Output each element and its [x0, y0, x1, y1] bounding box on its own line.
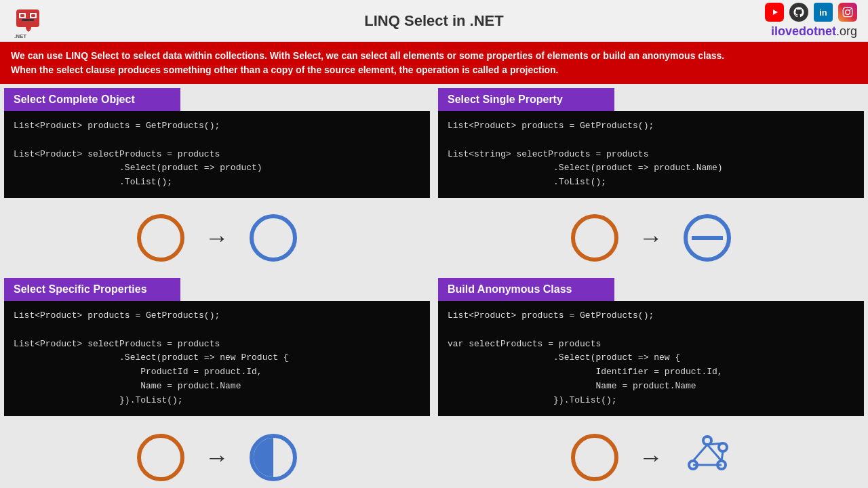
- svg-point-10: [846, 10, 850, 15]
- svg-point-11: [850, 9, 851, 10]
- section-select-specific-properties: Select Specific Properties List<Product>…: [4, 278, 430, 416]
- banner-line2: When the select clause produces somethin…: [11, 64, 559, 75]
- svg-rect-6: [22, 19, 34, 21]
- svg-line-19: [707, 443, 723, 445]
- arrow-1-right: →: [639, 224, 663, 252]
- arrow-1-left: →: [205, 224, 229, 252]
- section-build-anonymous-class: Build Anonymous Class List<Product> prod…: [438, 278, 864, 416]
- arrow-2-left: →: [205, 443, 229, 472]
- brand-text: ilovedotnet.org: [771, 24, 857, 39]
- circle-orange-1: [137, 214, 184, 262]
- svg-rect-9: [843, 7, 852, 16]
- logo-icon: .NET: [11, 4, 45, 38]
- section-select-single-property: Select Single Property List<Product> pro…: [438, 88, 864, 198]
- social-icons: in: [765, 3, 857, 22]
- app-header: .NET LINQ Select in .NET in ilovedotnet.…: [0, 0, 868, 42]
- circle-orange-4: [571, 434, 618, 481]
- page-title: LINQ Select in .NET: [364, 12, 503, 30]
- youtube-icon[interactable]: [765, 3, 784, 22]
- svg-line-20: [722, 451, 723, 461]
- github-icon[interactable]: [789, 3, 808, 22]
- brand-suffix: .org: [836, 24, 857, 38]
- section-header-single-property: Select Single Property: [438, 88, 614, 111]
- circle-orange-3: [137, 434, 184, 481]
- circle-blue-1: [250, 214, 297, 262]
- info-banner: We can use LINQ Select to select data wi…: [0, 42, 868, 84]
- main-grid: Select Complete Object List<Product> pro…: [0, 84, 868, 488]
- visual-row-1-right: →: [438, 202, 864, 274]
- linkedin-icon[interactable]: in: [814, 3, 833, 22]
- section-header-anonymous-class: Build Anonymous Class: [438, 278, 614, 301]
- visual-row-2-right: →: [438, 420, 864, 488]
- section-select-complete-object: Select Complete Object List<Product> pro…: [4, 88, 430, 198]
- visual-row-1-left: →: [4, 202, 430, 274]
- code-anonymous-class: List<Product> products = GetProducts(); …: [438, 301, 864, 416]
- network-icon: [684, 432, 731, 483]
- code-single-property: List<Product> products = GetProducts(); …: [438, 111, 864, 198]
- arrow-2-right: →: [639, 443, 663, 472]
- instagram-icon[interactable]: [838, 3, 857, 22]
- visual-row-2-left: →: [4, 420, 430, 488]
- svg-rect-4: [20, 14, 24, 17]
- brand-main: ilovedotnet: [771, 24, 836, 38]
- code-complete-object: List<Product> products = GetProducts(); …: [4, 111, 430, 198]
- svg-rect-5: [31, 14, 35, 17]
- banner-line1: We can use LINQ Select to select data wi…: [11, 50, 724, 61]
- header-right: in ilovedotnet.org: [765, 3, 857, 39]
- svg-line-16: [693, 445, 707, 461]
- svg-marker-8: [773, 9, 778, 15]
- circle-half-icon: [250, 434, 297, 481]
- circle-orange-2: [571, 214, 618, 262]
- logo-area: .NET: [11, 4, 45, 38]
- svg-text:.NET: .NET: [14, 33, 26, 38]
- circle-minus-icon: [684, 214, 731, 262]
- section-header-complete-object: Select Complete Object: [4, 88, 180, 111]
- code-specific-properties: List<Product> products = GetProducts(); …: [4, 301, 430, 416]
- section-header-specific-properties: Select Specific Properties: [4, 278, 180, 301]
